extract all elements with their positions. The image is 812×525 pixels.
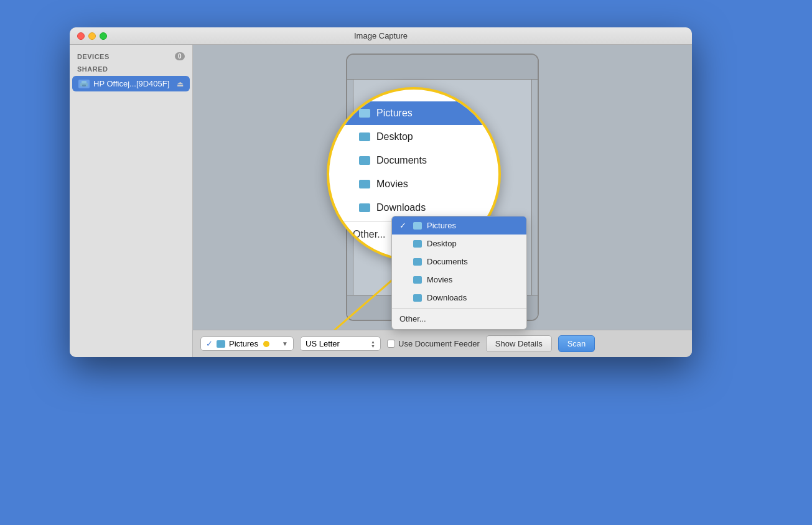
content-area: DEVICES 0 SHARED HP Officej...[9D405F] ⏏: [70, 45, 692, 357]
shared-section: SHARED: [70, 63, 192, 75]
destination-label: Pictures: [229, 339, 258, 348]
zoom-pictures-icon: [359, 109, 370, 118]
minimize-button[interactable]: [88, 32, 96, 40]
menu-item-documents[interactable]: Documents: [392, 253, 526, 271]
zoom-desktop-icon: [359, 132, 370, 141]
eject-icon[interactable]: ⏏: [177, 80, 184, 88]
menu-label-downloads: Downloads: [427, 293, 467, 302]
printer-icon: [78, 80, 90, 88]
devices-badge: 0: [175, 52, 185, 60]
sidebar-item-device[interactable]: HP Officej...[9D405F] ⏏: [72, 76, 190, 91]
menu-icon-documents: [413, 258, 422, 266]
shared-label: SHARED: [77, 65, 108, 73]
zoom-label-desktop: Desktop: [376, 131, 413, 142]
zoom-documents-icon: [359, 156, 370, 165]
destination-dropdown-menu: ✓ Pictures Desktop Documents: [391, 216, 527, 330]
menu-item-desktop[interactable]: Desktop: [392, 235, 526, 253]
zoom-menu-item-movies[interactable]: Movies: [329, 172, 498, 196]
menu-icon-downloads: [413, 294, 422, 302]
sidebar: DEVICES 0 SHARED HP Officej...[9D405F] ⏏: [70, 45, 193, 357]
menu-separator: [392, 308, 526, 309]
check-icon: ✓: [206, 339, 213, 348]
use-document-feeder-checkbox[interactable]: Use Document Feeder: [387, 339, 480, 348]
image-capture-window: Image Capture DEVICES 0 SHARED HP: [70, 27, 692, 357]
toolbar: ✓ Pictures ▼ US Letter ▲ ▼: [193, 330, 692, 357]
menu-label-documents: Documents: [427, 257, 468, 266]
svg-rect-1: [82, 81, 86, 83]
zoom-label-pictures: Pictures: [376, 108, 413, 119]
stepper-arrows-icon: ▲ ▼: [371, 340, 375, 348]
menu-icon-movies: [413, 276, 422, 284]
zoom-label-downloads: Downloads: [376, 202, 426, 213]
devices-label: DEVICES: [77, 53, 110, 60]
paper-size-select[interactable]: US Letter ▲ ▼: [300, 337, 381, 351]
maximize-button[interactable]: [100, 32, 107, 40]
menu-icon-pictures: [413, 222, 422, 230]
use-document-feeder-label: Use Document Feeder: [398, 339, 480, 348]
zoom-menu-item-desktop[interactable]: Desktop: [329, 125, 498, 149]
zoom-downloads-icon: [359, 203, 370, 212]
zoom-label-movies: Movies: [376, 179, 408, 190]
scanner-side-right: [531, 80, 538, 295]
zoom-menu-item-documents[interactable]: Documents: [329, 149, 498, 172]
svg-rect-2: [82, 85, 86, 86]
menu-icon-desktop: [413, 240, 422, 248]
close-button[interactable]: [77, 32, 85, 40]
zoom-label-documents: Documents: [376, 155, 427, 166]
menu-item-downloads[interactable]: Downloads: [392, 289, 526, 307]
menu-item-movies[interactable]: Movies: [392, 271, 526, 289]
menu-item-pictures[interactable]: ✓ Pictures: [392, 216, 526, 235]
dest-dot: [263, 341, 269, 347]
window-controls: [77, 32, 107, 40]
dropdown-arrow-icon: ▼: [282, 340, 288, 347]
show-details-button[interactable]: Show Details: [486, 335, 552, 352]
menu-check-pictures: ✓: [399, 221, 408, 230]
devices-section: DEVICES 0: [70, 50, 192, 63]
menu-label-desktop: Desktop: [427, 239, 457, 248]
titlebar: Image Capture: [70, 27, 692, 45]
scanner-top-bar: [347, 55, 538, 80]
zoom-movies-icon: [359, 180, 370, 188]
main-panel: ✓ Pictures Desktop: [193, 45, 692, 357]
menu-label-movies: Movies: [427, 275, 452, 284]
pictures-folder-icon: [217, 340, 225, 348]
window-title: Image Capture: [354, 31, 408, 40]
destination-dropdown[interactable]: ✓ Pictures ▼: [200, 337, 294, 351]
checkbox-box: [387, 340, 395, 348]
device-name: HP Officej...[9D405F]: [93, 79, 169, 88]
menu-item-other[interactable]: Other...: [392, 310, 526, 329]
menu-label-pictures: Pictures: [427, 221, 456, 230]
scan-button[interactable]: Scan: [558, 335, 595, 352]
paper-size-label: US Letter: [306, 339, 340, 348]
